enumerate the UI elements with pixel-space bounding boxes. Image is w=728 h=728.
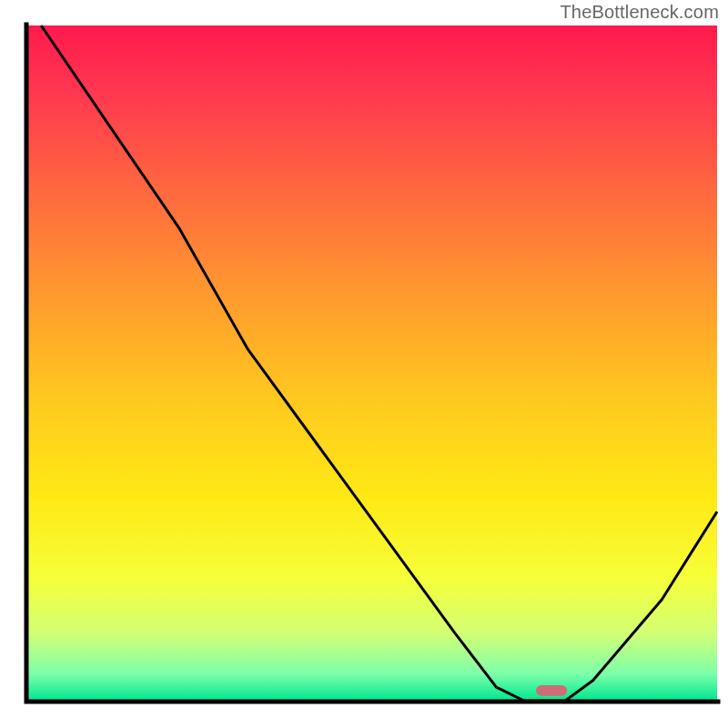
chart-container: TheBottleneck.com xyxy=(0,0,728,728)
bottleneck-chart xyxy=(0,0,728,728)
optimal-marker xyxy=(536,685,567,696)
watermark-label: TheBottleneck.com xyxy=(560,2,719,23)
plot-background xyxy=(27,25,717,701)
